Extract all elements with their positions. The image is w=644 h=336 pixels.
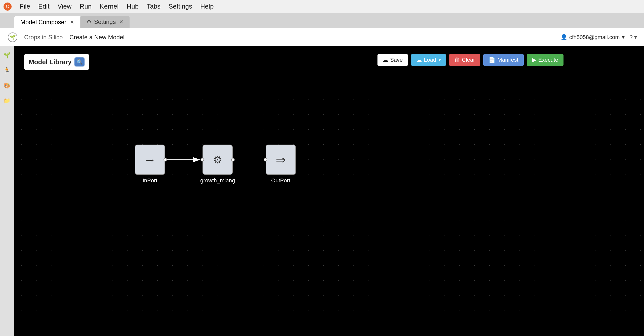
sidebar: 🌱 🏃 🎨 📁 (0, 46, 14, 336)
user-icon: 👤 (560, 34, 567, 41)
canvas-toolbar: ☁ Save ☁ Load ▾ 🗑 Clear 📄 Manifest ▶ Exe… (377, 54, 564, 66)
model-library-search-button[interactable]: 🔍 (74, 57, 85, 66)
inport-right-port (164, 158, 167, 161)
canvas-background (14, 46, 644, 336)
help-icon: ? (630, 34, 633, 40)
node-growth-box: ⚙ (203, 145, 233, 175)
sidebar-icon-run[interactable]: 🏃 (2, 65, 12, 76)
sidebar-icon-folder[interactable]: 📁 (2, 96, 12, 106)
manifest-label: Manifest (497, 57, 518, 63)
load-button[interactable]: ☁ Load ▾ (411, 54, 446, 66)
tab-settings[interactable]: ⚙ Settings ✕ (80, 16, 130, 28)
node-inport-label: InPort (143, 177, 157, 184)
model-library-panel: Model Library 🔍 (24, 54, 89, 70)
save-button[interactable]: ☁ Save (377, 54, 408, 66)
load-icon: ☁ (416, 57, 422, 63)
menu-edit[interactable]: Edit (35, 1, 53, 12)
clear-button[interactable]: 🗑 Clear (449, 54, 480, 66)
app-logo: C (3, 2, 12, 11)
menu-bar: C File Edit View Run Kernel Hub Tabs Set… (0, 0, 644, 13)
menu-run[interactable]: Run (76, 1, 95, 12)
node-growth-label: growth_mlang (200, 177, 235, 184)
user-email: cfh5058@gmail.com (569, 34, 620, 41)
load-label: Load (424, 57, 436, 63)
menu-view[interactable]: View (54, 1, 75, 12)
clear-icon: 🗑 (454, 57, 460, 63)
tab-model-composer-label: Model Composer (20, 19, 66, 26)
breadcrumb-separator (65, 34, 67, 41)
node-outport-box: ⇒ (266, 145, 296, 175)
sidebar-icon-plant[interactable]: 🌱 (2, 50, 12, 60)
outport-left-port (264, 158, 267, 161)
manifest-icon: 📄 (489, 57, 495, 63)
node-outport-label: OutPort (271, 177, 290, 184)
load-dropdown-arrow: ▾ (439, 58, 441, 62)
user-menu[interactable]: 👤 cfh5058@gmail.com ▾ (560, 34, 625, 41)
menu-kernel[interactable]: Kernel (96, 1, 122, 12)
save-label: Save (390, 57, 403, 63)
save-icon: ☁ (383, 57, 388, 63)
menu-hub[interactable]: Hub (123, 1, 142, 12)
main-area: 🌱 🏃 🎨 📁 Model Library 🔍 ☁ Save ☁ Load ▾ (0, 46, 644, 336)
outport-icon: ⇒ (276, 153, 286, 167)
growth-left-port (200, 158, 204, 161)
breadcrumb-crops[interactable]: Crops in Silico (24, 34, 63, 41)
node-inport[interactable]: → InPort (135, 145, 165, 184)
model-library-title: Model Library (29, 58, 71, 66)
manifest-button[interactable]: 📄 Manifest (483, 54, 524, 66)
menu-settings[interactable]: Settings (165, 1, 196, 12)
user-dropdown-arrow: ▾ (622, 34, 625, 41)
node-outport[interactable]: ⇒ OutPort (266, 145, 296, 184)
tab-bar: Model Composer ✕ ⚙ Settings ✕ (0, 13, 644, 28)
menu-tabs[interactable]: Tabs (143, 1, 164, 12)
tab-settings-close[interactable]: ✕ (119, 19, 124, 25)
search-icon: 🔍 (76, 59, 83, 65)
tab-settings-label: Settings (94, 18, 116, 25)
node-inport-box: → (135, 145, 165, 175)
help-button[interactable]: ? ▾ (630, 34, 637, 41)
secondary-nav: 🌱 Crops in Silico Create a New Model 👤 c… (0, 28, 644, 46)
canvas-area: Model Library 🔍 ☁ Save ☁ Load ▾ 🗑 Clear … (14, 46, 644, 336)
growth-icon: ⚙ (213, 154, 222, 165)
execute-button[interactable]: ▶ Execute (527, 54, 564, 66)
breadcrumb-create-model: Create a New Model (69, 34, 125, 41)
nav-logo: 🌱 (7, 32, 18, 43)
inport-icon: → (144, 153, 156, 167)
nav-right: 👤 cfh5058@gmail.com ▾ ? ▾ (560, 34, 637, 41)
node-growth-mlang[interactable]: ⚙ growth_mlang (200, 145, 235, 184)
tab-model-composer-close[interactable]: ✕ (70, 19, 74, 25)
growth-right-port (231, 158, 235, 161)
sidebar-icon-palette[interactable]: 🎨 (2, 81, 12, 91)
svg-text:C: C (6, 4, 9, 9)
clear-label: Clear (462, 57, 475, 63)
execute-label: Execute (538, 57, 558, 63)
settings-tab-icon: ⚙ (87, 19, 92, 25)
svg-text:🌱: 🌱 (10, 34, 16, 40)
execute-icon: ▶ (532, 57, 536, 63)
help-dropdown-arrow: ▾ (634, 34, 637, 40)
menu-file[interactable]: File (16, 1, 34, 12)
tab-model-composer[interactable]: Model Composer ✕ (14, 16, 80, 28)
menu-help[interactable]: Help (197, 1, 217, 12)
